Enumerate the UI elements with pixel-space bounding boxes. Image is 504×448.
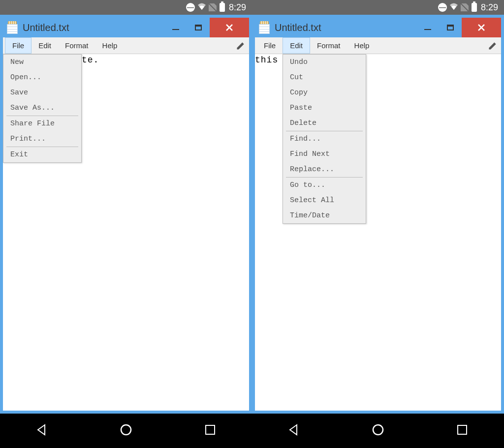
- window-title: Untitled.txt: [275, 22, 321, 33]
- wifi-icon: [449, 2, 459, 13]
- no-sim-icon: [209, 3, 217, 11]
- minimize-button[interactable]: [416, 18, 439, 37]
- edit-cut[interactable]: Cut: [283, 70, 366, 85]
- status-bar: — 8:29: [0, 0, 252, 15]
- window-title: Untitled.txt: [23, 22, 69, 33]
- edit-copy[interactable]: Copy: [283, 85, 366, 100]
- menubar: File Edit Format Help: [3, 37, 249, 54]
- status-time: 8:29: [481, 2, 498, 13]
- notepad-icon: [7, 21, 18, 34]
- edit-select-all[interactable]: Select All: [283, 193, 366, 208]
- titlebar: Untitled.txt: [255, 18, 501, 37]
- menu-file[interactable]: File: [5, 37, 32, 54]
- file-dropdown: New Open... Save Save As... Share File P…: [3, 54, 82, 163]
- nav-recent[interactable]: [455, 423, 469, 439]
- edit-delete[interactable]: Delete: [283, 116, 366, 131]
- file-new[interactable]: New: [3, 55, 81, 70]
- status-bar: — 8:29: [252, 0, 504, 15]
- nav-back[interactable]: [35, 423, 49, 439]
- menu-format[interactable]: Format: [58, 37, 95, 54]
- menu-format[interactable]: Format: [310, 37, 347, 54]
- menu-help[interactable]: Help: [347, 37, 377, 54]
- dnd-icon: —: [438, 3, 447, 12]
- file-share[interactable]: Share File: [3, 116, 81, 131]
- maximize-button[interactable]: [187, 18, 210, 37]
- file-print[interactable]: Print...: [3, 131, 81, 147]
- menu-help[interactable]: Help: [95, 37, 125, 54]
- text-editor[interactable]: te. New Open... Save Save As... Share Fi…: [3, 54, 249, 411]
- menu-edit[interactable]: Edit: [283, 37, 310, 54]
- text-editor[interactable]: this Undo Cut Copy Paste Delete Find... …: [255, 54, 501, 411]
- battery-icon: [472, 3, 477, 12]
- titlebar: Untitled.txt: [3, 18, 249, 37]
- close-button[interactable]: [462, 18, 501, 37]
- close-button[interactable]: [210, 18, 249, 37]
- wifi-icon: [197, 2, 207, 13]
- minimize-button[interactable]: [164, 18, 187, 37]
- nav-back[interactable]: [287, 423, 301, 439]
- editor-text: this: [255, 55, 278, 65]
- edit-pencil-icon[interactable]: [232, 37, 249, 54]
- maximize-button[interactable]: [439, 18, 462, 37]
- svg-point-2: [373, 425, 383, 435]
- svg-rect-3: [458, 425, 467, 434]
- edit-pencil-icon[interactable]: [484, 37, 501, 54]
- edit-goto[interactable]: Go to...: [283, 178, 366, 193]
- editor-text: te.: [82, 55, 99, 65]
- notepad-icon: [259, 21, 270, 34]
- menu-file[interactable]: File: [257, 37, 283, 54]
- battery-icon: [220, 3, 225, 12]
- file-save-as[interactable]: Save As...: [3, 100, 81, 116]
- status-time: 8:29: [229, 2, 246, 13]
- file-save[interactable]: Save: [3, 85, 81, 100]
- nav-recent[interactable]: [203, 423, 217, 439]
- no-sim-icon: [461, 3, 469, 11]
- edit-dropdown: Undo Cut Copy Paste Delete Find... Find …: [283, 54, 366, 224]
- notepad-window: Untitled.txt File Edit Format Help: [3, 18, 249, 411]
- nav-home[interactable]: [371, 423, 385, 439]
- dnd-icon: —: [186, 3, 195, 12]
- android-navbar: [0, 414, 252, 448]
- svg-point-0: [121, 425, 131, 435]
- file-open[interactable]: Open...: [3, 70, 81, 85]
- android-navbar: [252, 414, 504, 448]
- edit-time-date[interactable]: Time/Date: [283, 208, 366, 223]
- svg-rect-1: [206, 425, 215, 434]
- menu-edit[interactable]: Edit: [32, 37, 58, 54]
- edit-paste[interactable]: Paste: [283, 100, 366, 116]
- nav-home[interactable]: [119, 423, 133, 439]
- notepad-window: Untitled.txt File Edit Format Help: [255, 18, 501, 411]
- edit-replace[interactable]: Replace...: [283, 162, 366, 177]
- edit-find-next[interactable]: Find Next: [283, 147, 366, 162]
- edit-undo[interactable]: Undo: [283, 55, 366, 70]
- menubar: File Edit Format Help: [255, 37, 501, 54]
- file-exit[interactable]: Exit: [3, 147, 81, 162]
- edit-find[interactable]: Find...: [283, 131, 366, 147]
